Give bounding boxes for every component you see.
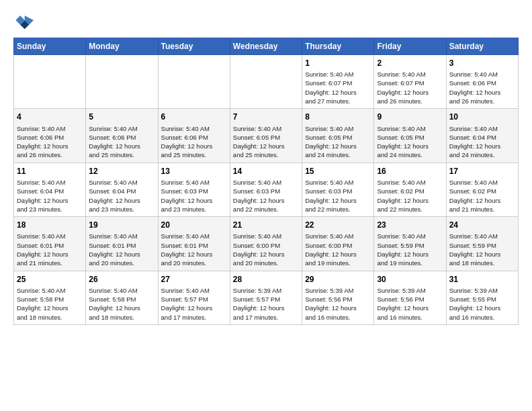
day-info: Sunrise: 5:40 AM Sunset: 6:04 PM Dayligh…	[17, 178, 83, 214]
calendar-cell: 10Sunrise: 5:40 AM Sunset: 6:04 PM Dayli…	[446, 109, 518, 163]
day-info: Sunrise: 5:40 AM Sunset: 6:00 PM Dayligh…	[305, 232, 371, 267]
day-info: Sunrise: 5:39 AM Sunset: 5:56 PM Dayligh…	[305, 286, 371, 322]
day-info: Sunrise: 5:39 AM Sunset: 5:55 PM Dayligh…	[449, 286, 515, 322]
calendar-cell: 2Sunrise: 5:40 AM Sunset: 6:07 PM Daylig…	[374, 55, 446, 109]
day-info: Sunrise: 5:40 AM Sunset: 6:05 PM Dayligh…	[305, 124, 371, 160]
calendar-cell: 20Sunrise: 5:40 AM Sunset: 6:01 PM Dayli…	[158, 217, 230, 271]
day-info: Sunrise: 5:40 AM Sunset: 5:58 PM Dayligh…	[89, 286, 154, 322]
calendar-cell: 30Sunrise: 5:39 AM Sunset: 5:56 PM Dayli…	[374, 271, 446, 324]
logo-icon	[13, 13, 34, 34]
day-info: Sunrise: 5:40 AM Sunset: 6:06 PM Dayligh…	[161, 124, 227, 160]
calendar-week-1: 1Sunrise: 5:40 AM Sunset: 6:07 PM Daylig…	[14, 55, 519, 109]
day-number: 22	[305, 220, 371, 230]
calendar-week-3: 11Sunrise: 5:40 AM Sunset: 6:04 PM Dayli…	[14, 163, 519, 216]
day-number: 18	[17, 220, 83, 230]
day-info: Sunrise: 5:40 AM Sunset: 6:04 PM Dayligh…	[89, 178, 154, 214]
day-info: Sunrise: 5:40 AM Sunset: 6:06 PM Dayligh…	[449, 70, 515, 105]
day-number: 29	[305, 274, 371, 285]
calendar-week-5: 25Sunrise: 5:40 AM Sunset: 5:58 PM Dayli…	[14, 271, 519, 324]
page-header	[13, 11, 519, 34]
calendar-cell: 17Sunrise: 5:40 AM Sunset: 6:02 PM Dayli…	[446, 163, 518, 216]
calendar-cell: 21Sunrise: 5:40 AM Sunset: 6:00 PM Dayli…	[230, 217, 302, 271]
calendar-cell: 29Sunrise: 5:39 AM Sunset: 5:56 PM Dayli…	[302, 271, 374, 324]
day-info: Sunrise: 5:40 AM Sunset: 5:57 PM Dayligh…	[161, 286, 227, 322]
day-number: 27	[161, 274, 227, 285]
calendar-cell: 18Sunrise: 5:40 AM Sunset: 6:01 PM Dayli…	[14, 217, 86, 271]
header-row: SundayMondayTuesdayWednesdayThursdayFrid…	[14, 38, 519, 55]
day-number: 5	[89, 111, 154, 122]
logo	[13, 13, 36, 34]
calendar-cell: 14Sunrise: 5:40 AM Sunset: 6:03 PM Dayli…	[230, 163, 302, 216]
day-number: 15	[305, 166, 371, 177]
day-number: 30	[377, 274, 443, 285]
day-number: 17	[449, 166, 515, 177]
day-info: Sunrise: 5:40 AM Sunset: 6:01 PM Dayligh…	[161, 232, 227, 267]
header-day-friday: Friday	[374, 38, 446, 55]
day-number: 4	[17, 111, 83, 122]
day-number: 14	[233, 166, 299, 177]
day-info: Sunrise: 5:40 AM Sunset: 6:00 PM Dayligh…	[233, 232, 299, 267]
day-info: Sunrise: 5:40 AM Sunset: 6:05 PM Dayligh…	[233, 124, 299, 160]
day-info: Sunrise: 5:40 AM Sunset: 6:03 PM Dayligh…	[161, 178, 227, 214]
day-number: 2	[377, 58, 443, 68]
day-number: 11	[17, 166, 83, 177]
calendar-cell: 11Sunrise: 5:40 AM Sunset: 6:04 PM Dayli…	[14, 163, 86, 216]
header-day-tuesday: Tuesday	[158, 38, 230, 55]
day-number: 7	[233, 111, 299, 122]
calendar-cell: 24Sunrise: 5:40 AM Sunset: 5:59 PM Dayli…	[446, 217, 518, 271]
calendar-cell: 25Sunrise: 5:40 AM Sunset: 5:58 PM Dayli…	[14, 271, 86, 324]
calendar-cell: 26Sunrise: 5:40 AM Sunset: 5:58 PM Dayli…	[86, 271, 158, 324]
calendar-cell: 8Sunrise: 5:40 AM Sunset: 6:05 PM Daylig…	[302, 109, 374, 163]
day-info: Sunrise: 5:40 AM Sunset: 6:02 PM Dayligh…	[449, 178, 515, 214]
calendar-cell: 16Sunrise: 5:40 AM Sunset: 6:02 PM Dayli…	[374, 163, 446, 216]
day-number: 31	[449, 274, 515, 285]
day-number: 1	[305, 58, 371, 68]
calendar-cell: 7Sunrise: 5:40 AM Sunset: 6:05 PM Daylig…	[230, 109, 302, 163]
day-number: 25	[17, 274, 83, 285]
calendar-cell: 28Sunrise: 5:39 AM Sunset: 5:57 PM Dayli…	[230, 271, 302, 324]
day-number: 10	[449, 111, 515, 122]
calendar-week-2: 4Sunrise: 5:40 AM Sunset: 6:06 PM Daylig…	[14, 109, 519, 163]
day-info: Sunrise: 5:40 AM Sunset: 6:07 PM Dayligh…	[305, 70, 371, 105]
day-info: Sunrise: 5:40 AM Sunset: 6:05 PM Dayligh…	[377, 124, 443, 160]
calendar-cell: 1Sunrise: 5:40 AM Sunset: 6:07 PM Daylig…	[302, 55, 374, 109]
calendar-week-4: 18Sunrise: 5:40 AM Sunset: 6:01 PM Dayli…	[14, 217, 519, 271]
day-info: Sunrise: 5:40 AM Sunset: 6:07 PM Dayligh…	[377, 70, 443, 105]
day-number: 24	[449, 220, 515, 230]
day-number: 13	[161, 166, 227, 177]
calendar-cell: 22Sunrise: 5:40 AM Sunset: 6:00 PM Dayli…	[302, 217, 374, 271]
day-info: Sunrise: 5:40 AM Sunset: 6:01 PM Dayligh…	[89, 232, 154, 267]
calendar-cell: 31Sunrise: 5:39 AM Sunset: 5:55 PM Dayli…	[446, 271, 518, 324]
day-number: 28	[233, 274, 299, 285]
day-info: Sunrise: 5:39 AM Sunset: 5:57 PM Dayligh…	[233, 286, 299, 322]
day-number: 26	[89, 274, 154, 285]
header-day-sunday: Sunday	[14, 38, 86, 55]
calendar-cell: 23Sunrise: 5:40 AM Sunset: 5:59 PM Dayli…	[374, 217, 446, 271]
calendar-cell: 9Sunrise: 5:40 AM Sunset: 6:05 PM Daylig…	[374, 109, 446, 163]
day-number: 9	[377, 111, 443, 122]
calendar-cell: 6Sunrise: 5:40 AM Sunset: 6:06 PM Daylig…	[158, 109, 230, 163]
calendar-cell	[158, 55, 230, 109]
day-info: Sunrise: 5:40 AM Sunset: 6:06 PM Dayligh…	[17, 124, 83, 160]
calendar-cell	[14, 55, 86, 109]
calendar-cell	[86, 55, 158, 109]
header-day-thursday: Thursday	[302, 38, 374, 55]
calendar-cell: 19Sunrise: 5:40 AM Sunset: 6:01 PM Dayli…	[86, 217, 158, 271]
day-number: 21	[233, 220, 299, 230]
day-number: 6	[161, 111, 227, 122]
calendar-cell: 13Sunrise: 5:40 AM Sunset: 6:03 PM Dayli…	[158, 163, 230, 216]
day-number: 23	[377, 220, 443, 230]
day-info: Sunrise: 5:40 AM Sunset: 6:06 PM Dayligh…	[89, 124, 154, 160]
calendar-header: SundayMondayTuesdayWednesdayThursdayFrid…	[14, 38, 519, 55]
calendar-table: SundayMondayTuesdayWednesdayThursdayFrid…	[13, 38, 519, 325]
day-number: 19	[89, 220, 154, 230]
day-number: 16	[377, 166, 443, 177]
calendar-cell	[230, 55, 302, 109]
calendar-cell: 5Sunrise: 5:40 AM Sunset: 6:06 PM Daylig…	[86, 109, 158, 163]
header-day-saturday: Saturday	[446, 38, 518, 55]
day-info: Sunrise: 5:40 AM Sunset: 6:04 PM Dayligh…	[449, 124, 515, 160]
day-info: Sunrise: 5:40 AM Sunset: 6:03 PM Dayligh…	[233, 178, 299, 214]
day-number: 12	[89, 166, 154, 177]
day-number: 20	[161, 220, 227, 230]
calendar-body: 1Sunrise: 5:40 AM Sunset: 6:07 PM Daylig…	[14, 55, 519, 325]
